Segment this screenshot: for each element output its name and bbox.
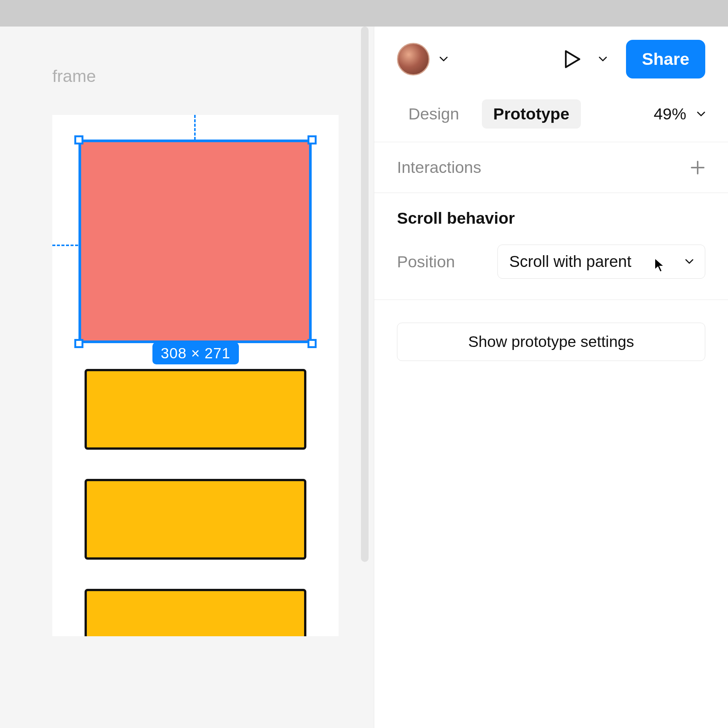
canvas-scrollbar[interactable]	[361, 27, 369, 562]
divider	[374, 300, 728, 300]
yellow-rect-2[interactable]	[85, 479, 306, 560]
panel-top: Share	[374, 27, 728, 90]
app-window: frame 308 × 271	[0, 27, 728, 728]
scroll-behavior-section: Scroll behavior	[374, 193, 728, 228]
chevron-down-icon	[685, 259, 693, 264]
selection-handle-tr[interactable]	[308, 135, 317, 144]
avatar[interactable]	[397, 43, 430, 75]
guide-horizontal	[52, 245, 78, 246]
zoom-value: 49%	[654, 105, 686, 123]
selection-handle-br[interactable]	[308, 339, 317, 348]
inspector-panel: Share Design Prototype 49% Interactions …	[374, 27, 728, 728]
preview-chevron-icon[interactable]	[599, 56, 607, 62]
canvas[interactable]: frame 308 × 271	[0, 27, 374, 728]
scroll-behavior-title: Scroll behavior	[397, 209, 705, 228]
position-value: Scroll with parent	[509, 253, 631, 271]
interactions-title: Interactions	[397, 158, 481, 177]
frame[interactable]: 308 × 271	[52, 115, 339, 636]
selected-rectangle[interactable]	[78, 140, 312, 343]
position-label: Position	[397, 253, 488, 271]
interactions-section: Interactions	[374, 142, 728, 193]
show-prototype-settings-button[interactable]: Show prototype settings	[397, 323, 705, 361]
panel-tabs: Design Prototype 49%	[374, 90, 728, 142]
tab-design[interactable]: Design	[397, 99, 471, 129]
dimension-badge: 308 × 271	[152, 342, 239, 364]
yellow-rect-1[interactable]	[85, 369, 306, 450]
avatar-chevron-icon[interactable]	[439, 56, 448, 62]
tab-prototype[interactable]: Prototype	[482, 99, 581, 129]
preview-button[interactable]	[561, 48, 584, 71]
selection-handle-tl[interactable]	[74, 135, 83, 144]
chevron-down-icon	[697, 111, 705, 117]
selection-handle-bl[interactable]	[74, 339, 83, 348]
zoom-dropdown[interactable]: 49%	[654, 105, 705, 123]
cursor-icon	[654, 257, 665, 273]
add-interaction-button[interactable]	[690, 160, 705, 175]
yellow-rect-3[interactable]	[85, 589, 306, 636]
position-row: Position Scroll with parent	[374, 228, 728, 300]
frame-label[interactable]: frame	[52, 66, 96, 86]
position-dropdown[interactable]: Scroll with parent	[497, 245, 705, 279]
share-button[interactable]: Share	[626, 40, 705, 78]
guide-vertical	[194, 115, 196, 140]
